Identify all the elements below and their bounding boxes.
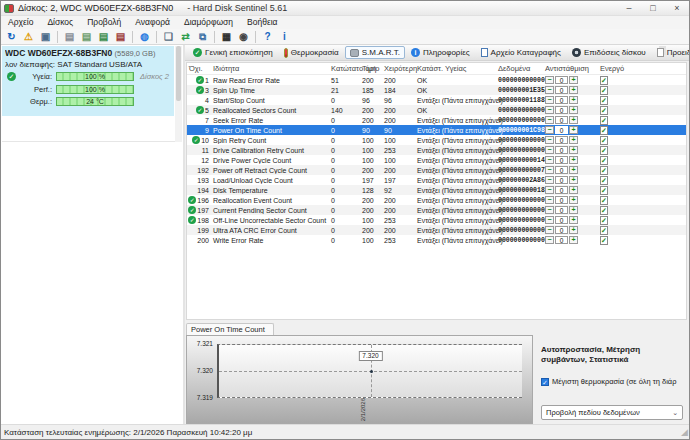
refresh-icon[interactable]: ↻ [4,30,19,44]
offset-value[interactable]: 0 [555,186,568,194]
network-icon[interactable]: ⧉ [195,30,210,44]
tab-Αρχείο Καταγραφής[interactable]: Αρχείο Καταγραφής [476,46,566,59]
maximize-button[interactable]: □ [641,1,665,15]
enabled-checkbox[interactable]: ✓ [600,176,608,185]
resize-grip[interactable]: ◢ [681,428,688,437]
disk-test-icon[interactable]: ▤ [79,30,94,44]
table-row[interactable]: 4Start/Stop Count09696Εντάξει (Πάντα επι… [187,95,686,105]
minimize-button[interactable]: – [617,1,641,15]
help-icon[interactable]: ? [260,30,275,44]
max-temp-option[interactable]: ✓ Μέγιστη θερμοκρασία (σε όλη τη διάρ [541,377,687,386]
col-header-4[interactable]: Χειρότερη [384,64,417,73]
offset-value[interactable]: 0 [555,196,568,204]
offset-minus-button[interactable]: − [545,96,554,104]
enabled-checkbox[interactable]: ✓ [600,126,608,135]
table-row[interactable]: 9Power On Time Count09090Εντάξει (Πάντα … [187,125,686,135]
offset-plus-button[interactable]: + [569,186,578,194]
menu-Διαμόρφωση[interactable]: Διαμόρφωση [177,16,240,29]
enabled-checkbox[interactable]: ✓ [600,116,608,125]
offset-plus-button[interactable]: + [569,126,578,134]
enabled-checkbox[interactable]: ✓ [600,76,608,85]
enabled-checkbox[interactable]: ✓ [600,186,608,195]
monitor-icon[interactable]: ▣ [38,30,53,44]
offset-value[interactable]: 0 [555,216,568,224]
enabled-checkbox[interactable]: ✓ [600,166,608,175]
offset-minus-button[interactable]: − [545,106,554,114]
offset-value[interactable]: 0 [555,106,568,114]
offset-minus-button[interactable]: − [545,146,554,154]
table-row[interactable]: ✓10Spin Retry Count0100100Εντάξει (Πάντα… [187,135,686,145]
enabled-checkbox[interactable]: ✓ [600,136,608,145]
offset-value[interactable]: 0 [555,146,568,154]
sync-icon[interactable]: ⇄ [178,30,193,44]
tab-Πληροφορίες[interactable]: iΠληροφορίες [406,46,475,59]
offset-plus-button[interactable]: + [569,196,578,204]
tab-Επιδόσεις δίσκου[interactable]: Επιδόσεις δίσκου [567,46,651,59]
col-header-8[interactable]: Ενεργό [600,64,686,73]
offset-minus-button[interactable]: − [545,116,554,124]
offset-minus-button[interactable]: − [545,226,554,234]
col-header-7[interactable]: Αντιστάθμιση [545,64,600,73]
tab-Προειδοποιήσεις[interactable]: Προειδοποιήσεις [652,46,690,59]
max-temp-checkbox[interactable]: ✓ [541,378,549,386]
report-icon[interactable]: ❏ [161,30,176,44]
offset-minus-button[interactable]: − [545,236,554,244]
menu-Βοήθεια[interactable]: Βοήθεια [240,16,284,29]
chart-tab[interactable]: Power On Time Count [186,323,274,335]
col-header-0[interactable]: Όχι. [187,64,211,73]
offset-plus-button[interactable]: + [569,206,578,214]
offset-minus-button[interactable]: − [545,206,554,214]
table-row[interactable]: 199Ultra ATA CRC Error Count0200200Εντάξ… [187,225,686,235]
table-row[interactable]: ✓196Reallocation Event Count0200200Εντάξ… [187,195,686,205]
enabled-checkbox[interactable]: ✓ [600,216,608,225]
offset-value[interactable]: 0 [555,156,568,164]
globe-icon[interactable]: ◍ [137,30,152,44]
offset-minus-button[interactable]: − [545,136,554,144]
offset-minus-button[interactable]: − [545,166,554,174]
menu-Αναφορά[interactable]: Αναφορά [128,16,177,29]
offset-value[interactable]: 0 [555,96,568,104]
disk-search-icon[interactable]: ▤ [113,30,128,44]
offset-plus-button[interactable]: + [569,106,578,114]
table-row[interactable]: ✓198Off-Line Uncorrectable Sector Count0… [187,215,686,225]
offset-plus-button[interactable]: + [569,146,578,154]
offset-value[interactable]: 0 [555,116,568,124]
enabled-checkbox[interactable]: ✓ [600,86,608,95]
sound-icon[interactable]: ◉ [236,30,251,44]
offset-plus-button[interactable]: + [569,156,578,164]
offset-plus-button[interactable]: + [569,86,578,94]
table-row[interactable]: 11Drive Calibration Retry Count0100253Εν… [187,145,686,155]
enabled-checkbox[interactable]: ✓ [600,196,608,205]
surface-test-icon[interactable]: ▦ [219,30,234,44]
tab-S.M.A.R.T.[interactable]: S.M.A.R.T. [345,46,405,59]
enabled-checkbox[interactable]: ✓ [600,236,608,245]
tab-Θερμοκρασία[interactable]: Θερμοκρασία [279,46,344,60]
table-row[interactable]: ✓3Spin Up Time21185184OK000000001E35−0+✓ [187,85,686,95]
table-row[interactable]: ✓1Raw Read Error Rate51200200OK000000000… [187,75,686,85]
disk-list-item-selected[interactable]: WDC WD60EFZX-68B3FN0 (5589,0 GB) λον διε… [2,46,174,116]
offset-minus-button[interactable]: − [545,176,554,184]
table-row[interactable]: 12Drive Power Cycle Count0100100Εντάξει … [187,155,686,165]
menu-Αρχείο[interactable]: Αρχείο [1,16,40,29]
menu-Δίσκος[interactable]: Δίσκος [40,16,80,29]
enabled-checkbox[interactable]: ✓ [600,206,608,215]
offset-value[interactable]: 0 [555,76,568,84]
col-header-3[interactable]: Τιμή [362,64,384,73]
enabled-checkbox[interactable]: ✓ [600,226,608,235]
offset-minus-button[interactable]: − [545,186,554,194]
offset-plus-button[interactable]: + [569,236,578,244]
offset-plus-button[interactable]: + [569,176,578,184]
info-icon[interactable]: i [277,30,292,44]
col-header-5[interactable]: Κατάστ. Υγείας [417,64,498,73]
offset-minus-button[interactable]: − [545,76,554,84]
menu-Προβολή[interactable]: Προβολή [80,16,128,29]
table-row[interactable]: ✓5Reallocated Sectors Count140200200OK00… [187,105,686,115]
enabled-checkbox[interactable]: ✓ [600,146,608,155]
offset-minus-button[interactable]: − [545,216,554,224]
offset-plus-button[interactable]: + [569,216,578,224]
offset-value[interactable]: 0 [555,86,568,94]
enabled-checkbox[interactable]: ✓ [600,156,608,165]
offset-plus-button[interactable]: + [569,116,578,124]
offset-value[interactable]: 0 [555,226,568,234]
sidebar-scrollbar[interactable] [175,46,182,142]
